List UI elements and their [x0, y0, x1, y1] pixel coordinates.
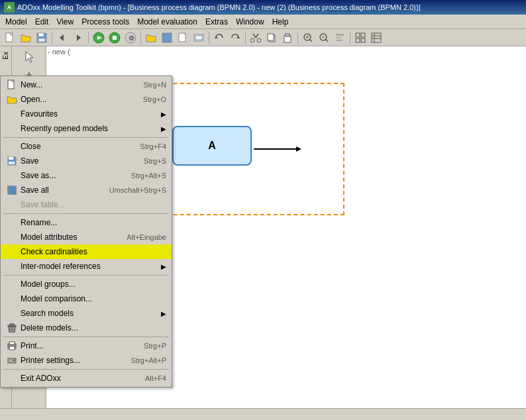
- toolbar-open2[interactable]: [144, 30, 158, 45]
- toolbar-zoom-out[interactable]: [317, 30, 331, 45]
- svg-rect-25: [286, 34, 289, 36]
- printer-settings-icon: [6, 354, 18, 366]
- menu-item-model-comparison[interactable]: Model comparison...: [1, 291, 172, 306]
- rename-icon: [6, 217, 18, 229]
- menu-item-save[interactable]: Save Strg+S: [1, 154, 172, 168]
- menu-item-close[interactable]: Close Strg+F4: [1, 139, 172, 154]
- svg-line-31: [325, 39, 328, 42]
- menu-item-open[interactable]: Open... Strg+O: [1, 92, 172, 107]
- svg-rect-39: [361, 38, 365, 42]
- menu-item-save-all[interactable]: Save all Umschalt+Strg+S: [1, 183, 172, 197]
- menu-item-print[interactable]: Print... Strg+P: [1, 339, 172, 353]
- sep1: [3, 137, 169, 138]
- svg-point-21: [257, 38, 261, 42]
- bpmn-task-a[interactable]: A: [172, 126, 252, 166]
- menu-save-as-shortcut: Strg+Alt+S: [131, 172, 166, 180]
- toolbar-config[interactable]: ⚙: [123, 30, 138, 45]
- menu-edit[interactable]: Edit: [31, 16, 53, 28]
- svg-point-20: [250, 38, 254, 42]
- toolbar-open[interactable]: [19, 30, 33, 45]
- favourites-icon: [6, 108, 18, 120]
- search-models-arrow-icon: ▶: [161, 310, 166, 317]
- menu-search-models-label: Search models: [21, 309, 156, 318]
- menu-item-inter-model-refs[interactable]: Inter-model references ▶: [1, 259, 172, 274]
- toolbar-sep7: [350, 32, 350, 44]
- toolbar-nav-fwd[interactable]: [71, 30, 85, 45]
- tool-cursor[interactable]: [17, 48, 42, 66]
- svg-rect-34: [336, 37, 341, 38]
- menu-item-model-attributes[interactable]: Model attributes Alt+Eingabe: [1, 230, 172, 244]
- toolbar-paste[interactable]: [280, 30, 295, 45]
- toolbar-sep5: [245, 32, 246, 44]
- model-attr-icon: [6, 231, 18, 243]
- menu-extras[interactable]: Extras: [201, 16, 232, 28]
- toolbar-run[interactable]: [91, 30, 106, 45]
- menu-save-label: Save: [21, 156, 133, 166]
- toolbar-redo[interactable]: [228, 30, 242, 45]
- menu-item-save-as[interactable]: Save as... Strg+Alt+S: [1, 168, 172, 183]
- save-all-icon: [6, 184, 18, 196]
- title-bar: A ADOxx Modelling Toolkit (bpmn) - [Busi…: [0, 0, 526, 15]
- save-table-icon: [6, 199, 18, 211]
- menu-view[interactable]: View: [52, 16, 78, 28]
- explorer-tab-label[interactable]: Ex: [2, 52, 9, 60]
- toolbar-nav-back[interactable]: [55, 30, 70, 45]
- toolbar-doc[interactable]: [176, 30, 190, 45]
- menu-new-label: New...: [21, 80, 132, 89]
- toolbar-undo[interactable]: [212, 30, 227, 45]
- toolbar-find[interactable]: [333, 30, 347, 45]
- menu-new-shortcut: Strg+N: [143, 81, 166, 89]
- menu-item-new[interactable]: New... Strg+N: [1, 78, 172, 92]
- toolbar-sep4: [209, 32, 209, 44]
- toolbar-save[interactable]: [34, 30, 49, 45]
- svg-rect-36: [356, 33, 360, 37]
- menu-item-recently-opened[interactable]: Recently opened models ▶: [1, 121, 172, 136]
- model-compare-icon: [6, 293, 18, 305]
- favourites-arrow-icon: ▶: [161, 111, 166, 118]
- model-dropdown-menu: New... Strg+N Open... Strg+O Favourites …: [0, 76, 172, 388]
- svg-rect-35: [336, 40, 342, 41]
- menu-process-tools[interactable]: Process tools: [78, 16, 133, 28]
- menu-item-printer-settings[interactable]: Printer settings... Strg+Alt+P: [1, 353, 172, 368]
- toolbar-run2[interactable]: [107, 30, 122, 45]
- toolbar-save2[interactable]: [160, 30, 174, 45]
- menu-item-model-groups[interactable]: Model groups...: [1, 277, 172, 291]
- toolbar-new[interactable]: [3, 30, 17, 45]
- svg-rect-3: [38, 38, 45, 42]
- svg-text:⚙: ⚙: [129, 34, 134, 42]
- toolbar-cut[interactable]: [248, 30, 263, 45]
- menu-item-exit[interactable]: Exit ADOxx Alt+F4: [1, 371, 172, 386]
- menu-model-attr-shortcut: Alt+Eingabe: [127, 233, 166, 241]
- menu-save-all-label: Save all: [21, 185, 99, 195]
- menu-close-label: Close: [21, 142, 130, 151]
- toolbar-copy[interactable]: [264, 30, 279, 45]
- menu-save-all-shortcut: Umschalt+Strg+S: [109, 186, 166, 194]
- delete-models-icon: [6, 322, 18, 334]
- menu-item-favourites[interactable]: Favourites ▶: [1, 107, 172, 121]
- recent-icon: [6, 123, 18, 134]
- menu-item-search-models[interactable]: Search models ▶: [1, 306, 172, 321]
- svg-rect-37: [361, 33, 365, 37]
- svg-line-18: [253, 34, 256, 38]
- svg-rect-56: [9, 157, 13, 160]
- menu-help[interactable]: Help: [268, 16, 293, 28]
- menu-model[interactable]: Model: [1, 16, 31, 28]
- menu-open-shortcut: Strg+O: [143, 95, 166, 103]
- toolbar-table[interactable]: [369, 30, 384, 45]
- toolbar-zoom-in[interactable]: [301, 30, 315, 45]
- menu-window[interactable]: Window: [232, 16, 268, 28]
- menu-model-evaluation[interactable]: Model evaluation: [133, 16, 201, 28]
- menu-item-rename[interactable]: Rename...: [1, 215, 172, 230]
- svg-line-19: [256, 34, 258, 38]
- svg-line-27: [309, 39, 312, 42]
- svg-point-66: [13, 360, 15, 362]
- svg-rect-12: [162, 33, 172, 42]
- toolbar-sep1: [52, 32, 52, 44]
- toolbar-grid[interactable]: [353, 30, 368, 45]
- menu-item-delete-models[interactable]: Delete models...: [1, 321, 172, 335]
- menu-item-check-cardinalities[interactable]: Check cardinalities: [1, 244, 172, 259]
- menu-save-shortcut: Strg+S: [144, 157, 166, 165]
- menu-printer-settings-shortcut: Strg+Alt+P: [131, 356, 166, 364]
- toolbar-doc2[interactable]: [191, 30, 206, 45]
- close-doc-icon: [6, 140, 18, 152]
